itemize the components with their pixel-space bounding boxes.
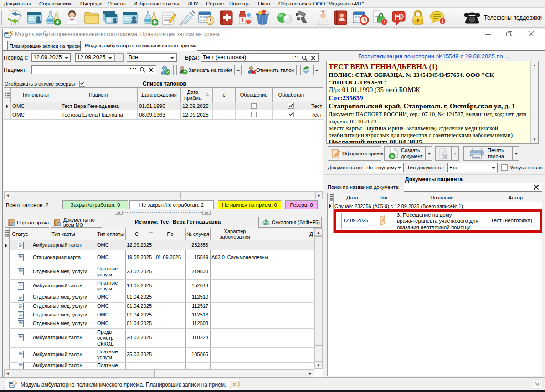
svg-text:7: 7 [383, 20, 386, 25]
svg-text:1: 1 [441, 19, 444, 24]
